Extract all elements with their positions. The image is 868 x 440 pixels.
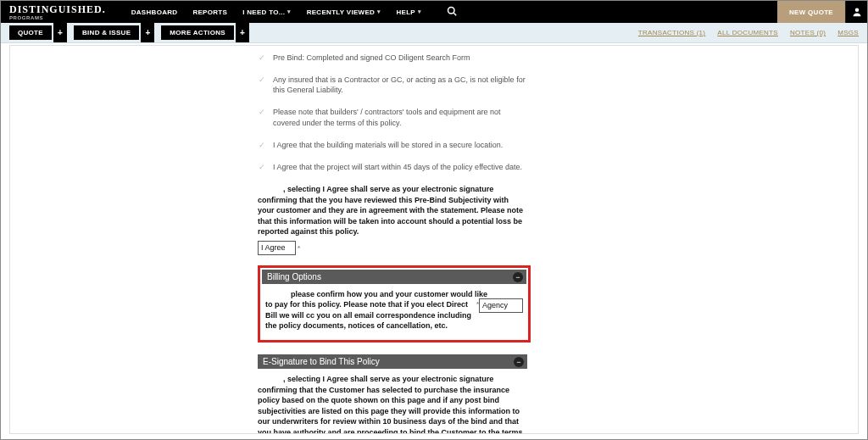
- agreement-item: ✓ I Agree that the building materials wi…: [258, 140, 527, 150]
- billing-section-header: Billing Options −: [262, 270, 526, 284]
- nav-help-label: HELP: [396, 8, 415, 16]
- quote-add-button[interactable]: +: [53, 23, 67, 42]
- svg-point-2: [854, 8, 859, 13]
- collapse-icon[interactable]: −: [514, 357, 524, 367]
- user-icon: [852, 7, 862, 17]
- new-quote-label: NEW QUOTE: [789, 8, 833, 16]
- nav-recently-viewed[interactable]: RECENTLY VIEWED▾: [307, 8, 381, 16]
- quote-button-label: QUOTE: [18, 29, 43, 36]
- actionbar: QUOTE + BIND & ISSUE + MORE ACTIONS + TR…: [1, 23, 867, 43]
- signature-block-prebind: , selecting I Agree shall serve as your …: [258, 184, 527, 255]
- checkmark-icon: ✓: [258, 75, 266, 95]
- agreement-text: Pre Bind: Completed and signed CO Dilige…: [273, 53, 470, 63]
- agreement-item: ✓ Any insured that is a Contractor or GC…: [258, 75, 527, 95]
- topnav: DASHBOARD REPORTS I NEED TO...▾ RECENTLY…: [131, 6, 458, 19]
- esignature-header-text: E-Signature to Bind This Policy: [263, 357, 380, 366]
- actionbar-links: TRANSACTIONS (1) ALL DOCUMENTS NOTES (0)…: [638, 23, 859, 42]
- bind-button-label: BIND & ISSUE: [82, 29, 131, 36]
- nav-reports-label: REPORTS: [192, 8, 227, 16]
- nav-recent-label: RECENTLY VIEWED: [307, 8, 376, 16]
- all-documents-link[interactable]: ALL DOCUMENTS: [717, 29, 778, 36]
- name-blank: [265, 289, 291, 300]
- form-column: ✓ Pre Bind: Completed and signed CO Dili…: [258, 53, 527, 434]
- app-frame: DISTINGUISHED. PROGRAMS DASHBOARD REPORT…: [0, 0, 868, 440]
- agreement-item: ✓ I Agree that the project will start wi…: [258, 162, 527, 172]
- brand-name: DISTINGUISHED.: [9, 3, 106, 16]
- content-panel: ✓ Pre Bind: Completed and signed CO Dili…: [9, 45, 859, 434]
- signature-block-bind: , selecting I Agree shall serve as your …: [258, 374, 527, 434]
- checkmark-icon: ✓: [258, 140, 266, 150]
- agreement-item: ✓ Please note that builders' / contracto…: [258, 107, 527, 127]
- prebind-agree-select[interactable]: I Agree: [258, 241, 296, 255]
- more-actions-label: MORE ACTIONS: [170, 29, 225, 36]
- billing-options-highlight: Billing Options − please confirm how you…: [258, 265, 531, 343]
- bind-add-button[interactable]: +: [141, 23, 154, 42]
- collapse-icon[interactable]: −: [513, 272, 523, 282]
- transactions-link[interactable]: TRANSACTIONS (1): [638, 29, 705, 36]
- svg-line-1: [454, 13, 457, 15]
- billing-method-select[interactable]: Agency: [479, 298, 523, 313]
- required-mark: *: [298, 244, 300, 252]
- billing-text-block: please confirm how you and your customer…: [265, 289, 523, 331]
- nav-reports[interactable]: REPORTS: [192, 8, 227, 16]
- billing-lead-text: please confirm how you and your customer…: [291, 290, 487, 298]
- name-blank: [258, 374, 283, 385]
- user-menu-button[interactable]: [845, 1, 867, 23]
- checkmark-icon: ✓: [258, 53, 266, 63]
- name-blank: [258, 184, 283, 195]
- topbar: DISTINGUISHED. PROGRAMS DASHBOARD REPORT…: [1, 1, 867, 23]
- brand-block: DISTINGUISHED. PROGRAMS: [9, 3, 106, 20]
- more-actions-button[interactable]: MORE ACTIONS: [161, 25, 234, 40]
- esignature-section-header: E-Signature to Bind This Policy −: [258, 354, 527, 369]
- billing-rest-text: to pay for this policy. Please note that…: [265, 300, 471, 330]
- nav-need-to[interactable]: I NEED TO...▾: [242, 8, 291, 16]
- search-icon[interactable]: [447, 6, 457, 19]
- checkmark-icon: ✓: [258, 107, 266, 127]
- topbar-right: NEW QUOTE: [777, 1, 867, 23]
- billing-header-text: Billing Options: [267, 272, 321, 281]
- chevron-down-icon: ▾: [418, 8, 421, 15]
- msgs-link[interactable]: MSGS: [837, 29, 859, 36]
- new-quote-button[interactable]: NEW QUOTE: [777, 1, 845, 23]
- nav-dashboard[interactable]: DASHBOARD: [131, 8, 178, 16]
- required-mark: *: [476, 299, 479, 309]
- esignature-section: E-Signature to Bind This Policy − , sele…: [258, 354, 527, 434]
- notes-link[interactable]: NOTES (0): [790, 29, 826, 36]
- agreement-text: Please note that builders' / contractors…: [273, 107, 527, 127]
- chevron-down-icon: ▾: [287, 8, 291, 15]
- checkmark-icon: ✓: [258, 162, 266, 172]
- esignature-text: , selecting I Agree shall serve as your …: [258, 375, 525, 434]
- svg-point-0: [448, 7, 455, 14]
- agreement-text: I Agree that the project will start with…: [273, 162, 522, 172]
- quote-button[interactable]: QUOTE: [9, 25, 52, 40]
- nav-help[interactable]: HELP▾: [396, 8, 421, 16]
- chevron-down-icon: ▾: [377, 8, 381, 15]
- agreement-text: I Agree that the building materials will…: [273, 140, 503, 150]
- bind-issue-button[interactable]: BIND & ISSUE: [74, 25, 139, 40]
- more-actions-add-button[interactable]: +: [236, 23, 249, 42]
- agreement-text: Any insured that is a Contractor or GC, …: [273, 75, 527, 95]
- nav-need-to-label: I NEED TO...: [242, 8, 285, 16]
- agreement-item: ✓ Pre Bind: Completed and signed CO Dili…: [258, 53, 527, 63]
- signature-text: , selecting I Agree shall serve as your …: [258, 185, 523, 236]
- nav-dashboard-label: DASHBOARD: [131, 8, 178, 16]
